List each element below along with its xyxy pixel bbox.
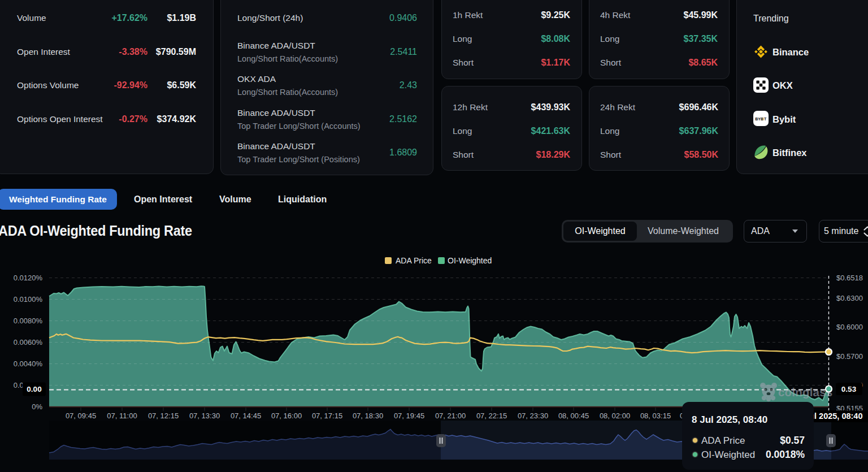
svg-text:07, 23:30: 07, 23:30 [518, 412, 548, 420]
svg-text:$0.6000: $0.6000 [836, 323, 863, 331]
svg-text:07, 14:45: 07, 14:45 [231, 412, 261, 420]
svg-text:ADA Price: ADA Price [396, 256, 432, 265]
svg-text:08, 03:15: 08, 03:15 [640, 412, 671, 420]
svg-text:$0.6300: $0.6300 [836, 294, 863, 302]
svg-text:08, 00:45: 08, 00:45 [558, 412, 589, 420]
svg-text:coinglass: coinglass [778, 386, 832, 399]
svg-text:$0.57: $0.57 [780, 435, 805, 446]
svg-text:07, 11:00: 07, 11:00 [107, 412, 137, 420]
svg-text:07, 16:00: 07, 16:00 [271, 412, 302, 420]
svg-text:07, 12:15: 07, 12:15 [148, 412, 179, 420]
svg-text:07, 13:30: 07, 13:30 [189, 412, 220, 420]
svg-text:$0.6518: $0.6518 [836, 274, 863, 282]
svg-text:07, 18:30: 07, 18:30 [353, 412, 383, 420]
svg-text:0.0080%: 0.0080% [14, 317, 43, 325]
svg-text:OI-Weighted: OI-Weighted [701, 449, 755, 460]
svg-text:08, 02:00: 08, 02:00 [600, 412, 630, 420]
svg-text:0.00: 0.00 [27, 385, 41, 393]
svg-text:0.0100%: 0.0100% [14, 295, 43, 304]
svg-text:07, 22:15: 07, 22:15 [476, 412, 507, 420]
svg-text:T: T [764, 117, 767, 121]
svg-text:0.0120%: 0.0120% [14, 274, 43, 282]
svg-text:8 Jul 2025, 08:40: 8 Jul 2025, 08:40 [692, 414, 767, 425]
svg-text:07, 19:45: 07, 19:45 [394, 412, 424, 420]
svg-text:07, 21:00: 07, 21:00 [435, 412, 466, 420]
svg-text:07, 17:15: 07, 17:15 [312, 412, 342, 420]
svg-text:ADA Price: ADA Price [701, 435, 745, 446]
svg-text:0.0040%: 0.0040% [14, 360, 43, 368]
svg-text:0.0060%: 0.0060% [14, 338, 43, 347]
svg-text:0.0018%: 0.0018% [766, 449, 805, 460]
svg-text:0%: 0% [32, 402, 42, 411]
svg-text:0.53: 0.53 [841, 385, 857, 393]
svg-text:$0.5700: $0.5700 [836, 352, 863, 361]
svg-text:OI-Weighted: OI-Weighted [448, 256, 492, 265]
svg-text:07, 09:45: 07, 09:45 [66, 412, 96, 420]
